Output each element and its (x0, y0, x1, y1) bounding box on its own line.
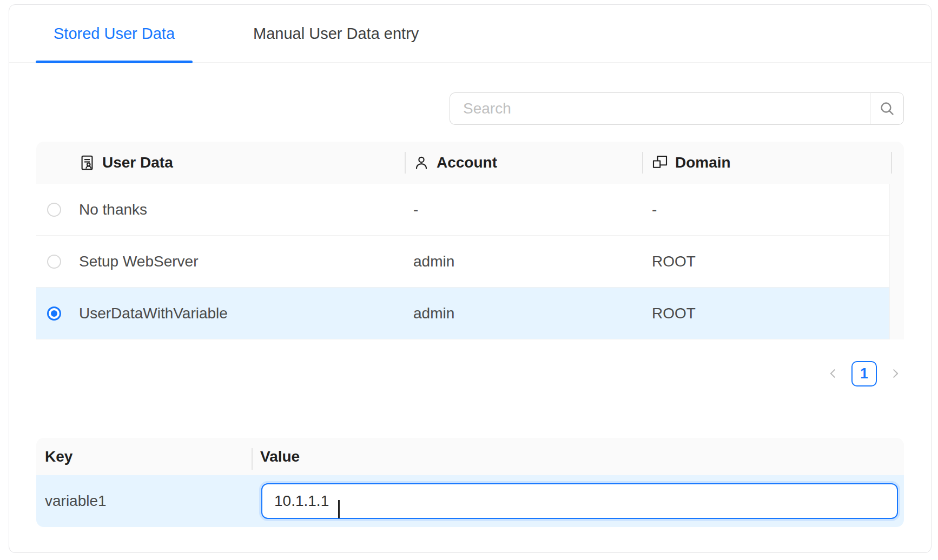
pagination: 1 (36, 361, 904, 386)
column-header-label: Account (437, 154, 497, 171)
search-button[interactable] (870, 92, 904, 125)
user-data-name: UserDataWithVariable (79, 305, 228, 322)
search-input[interactable] (450, 92, 870, 125)
user-data-name: No thanks (79, 201, 147, 218)
row-radio-button[interactable] (47, 203, 61, 217)
column-header-domain: Domain (642, 142, 891, 184)
chevron-left-icon (827, 368, 839, 379)
row-radio-button-checked[interactable] (47, 306, 61, 321)
tab-label: Stored User Data (54, 25, 175, 43)
user-data-cell: No thanks (36, 201, 405, 218)
user-data-cell: Setup WebServer (36, 253, 405, 270)
person-icon (413, 155, 430, 171)
column-header-label: Domain (675, 154, 731, 171)
column-header-account: Account (405, 142, 642, 184)
tab-bar: Stored User Data Manual User Data entry (9, 5, 931, 63)
column-header-gutter (891, 142, 906, 184)
table-row-selected[interactable]: UserDataWithVariable admin ROOT (36, 288, 904, 339)
key-value-table: Key Value variable1 (36, 438, 904, 527)
variable-value-cell (252, 483, 906, 519)
column-header-key: Key (36, 438, 252, 475)
user-data-dialog: Stored User Data Manual User Data entry (9, 4, 932, 553)
table-row[interactable]: Setup WebServer admin ROOT (36, 236, 904, 288)
tab-panel-stored-user-data: User Data Account (9, 92, 931, 527)
row-radio-button[interactable] (47, 255, 61, 269)
table-row[interactable]: No thanks - - (36, 184, 904, 236)
column-header-user-data: User Data (36, 142, 405, 184)
user-data-name: Setup WebServer (79, 253, 199, 270)
column-header-label: User Data (102, 154, 173, 171)
page-number-button[interactable]: 1 (851, 361, 877, 386)
domain-cell: - (642, 201, 891, 218)
variable-key: variable1 (36, 492, 252, 510)
account-cell: - (405, 201, 642, 218)
overlapping-squares-icon (652, 155, 668, 171)
tab-stored-user-data[interactable]: Stored User Data (36, 5, 193, 62)
next-page-button[interactable] (887, 361, 904, 386)
previous-page-button[interactable] (824, 361, 842, 386)
search-row (36, 92, 904, 125)
domain-cell: ROOT (642, 253, 891, 270)
chevron-right-icon (889, 368, 901, 379)
variable-value-input[interactable] (261, 483, 898, 519)
key-value-header: Key Value (36, 438, 904, 475)
key-value-row: variable1 (36, 475, 904, 527)
table-scrollbar-gutter[interactable] (889, 184, 904, 339)
account-cell: admin (405, 253, 642, 270)
user-data-cell: UserDataWithVariable (36, 305, 405, 322)
tab-manual-user-data-entry[interactable]: Manual User Data entry (235, 5, 437, 62)
user-data-table: User Data Account (36, 142, 904, 339)
search-icon (878, 100, 896, 117)
table-header: User Data Account (36, 142, 904, 184)
text-caret (338, 500, 340, 518)
search-box (450, 92, 904, 125)
user-data-document-icon (79, 155, 95, 171)
domain-cell: ROOT (642, 305, 891, 322)
tab-label: Manual User Data entry (253, 25, 419, 43)
account-cell: admin (405, 305, 642, 322)
column-header-value: Value (252, 438, 906, 475)
